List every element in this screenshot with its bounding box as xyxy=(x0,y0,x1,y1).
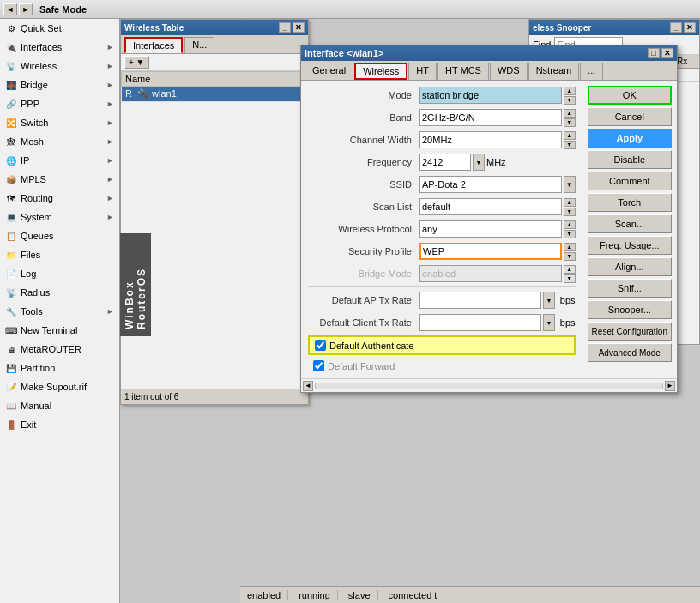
tab-ht[interactable]: HT xyxy=(408,63,437,80)
sidebar-item-log[interactable]: 📄 Log xyxy=(0,264,119,283)
sidebar-item-switch[interactable]: 🔀 Switch ► xyxy=(0,113,119,132)
snooper-close-btn[interactable]: ✕ xyxy=(684,22,696,33)
channel-width-down[interactable]: ▼ xyxy=(564,141,576,149)
add-interface-button[interactable]: + ▼ xyxy=(124,56,149,69)
tab-ht-mcs[interactable]: HT MCS xyxy=(438,63,489,80)
dialog-min-btn[interactable]: □ xyxy=(648,48,660,58)
scroll-left-btn[interactable]: ◄ xyxy=(303,381,313,391)
sidebar-item-queues[interactable]: 📋 Queues xyxy=(0,226,119,245)
tab-wds[interactable]: WDS xyxy=(490,63,528,80)
snooper-min-btn[interactable]: _ xyxy=(670,22,682,33)
sidebar-item-metarouter[interactable]: 🖥 MetaROUTER xyxy=(0,340,119,359)
torch-button[interactable]: Torch xyxy=(588,193,672,212)
sidebar-item-tools[interactable]: 🔧 Tools ► xyxy=(0,302,119,321)
wireless-protocol-up[interactable]: ▲ xyxy=(564,220,576,229)
sidebar-item-system[interactable]: 💻 System ► xyxy=(0,208,119,226)
band-down-arrow[interactable]: ▼ xyxy=(564,118,576,127)
comment-button[interactable]: Comment xyxy=(588,172,672,190)
ok-button[interactable]: OK xyxy=(588,86,672,105)
interfaces-min-button[interactable]: _ xyxy=(279,22,291,33)
default-forward-checkbox[interactable] xyxy=(313,360,324,371)
scan-button[interactable]: Scan... xyxy=(588,214,672,233)
disable-button[interactable]: Disable xyxy=(588,150,672,169)
ppp-icon: 🔗 xyxy=(5,98,17,110)
band-up-arrow[interactable]: ▲ xyxy=(564,109,576,118)
back-button[interactable]: ◄ xyxy=(3,3,17,15)
sidebar-item-mpls[interactable]: 📦 MPLS ► xyxy=(0,170,119,189)
tab-more[interactable]: ... xyxy=(580,63,603,80)
channel-width-select[interactable]: 20MHz xyxy=(419,131,562,148)
sidebar-item-interfaces[interactable]: 🔌 Interfaces ► xyxy=(0,38,119,57)
sniff-button[interactable]: Snif... xyxy=(588,279,672,298)
sidebar-item-wireless[interactable]: 📡 Wireless ► xyxy=(0,57,119,75)
scan-list-up[interactable]: ▲ xyxy=(564,198,576,207)
default-client-tx-arrow[interactable]: ▼ xyxy=(543,314,555,331)
tab-nstream[interactable]: Nstream xyxy=(528,63,580,80)
bridge-mode-up[interactable]: ▲ xyxy=(564,265,576,274)
mode-control: station bridge ▲ ▼ xyxy=(419,87,576,105)
ssid-arrow[interactable]: ▼ xyxy=(564,176,576,193)
snooper-button[interactable]: Snooper... xyxy=(588,300,672,319)
wireless-protocol-down[interactable]: ▼ xyxy=(564,230,576,238)
mode-down-arrow[interactable]: ▼ xyxy=(564,96,576,105)
freq-usage-button[interactable]: Freq. Usage... xyxy=(588,236,672,255)
ssid-input[interactable]: AP-Dota 2 xyxy=(419,176,562,193)
apply-button[interactable]: Apply xyxy=(588,129,672,148)
table-row[interactable]: R 🔌 wlan1 xyxy=(122,87,308,102)
security-profile-select[interactable]: WEP xyxy=(419,243,562,260)
tab-interfaces[interactable]: Interfaces xyxy=(124,37,183,53)
sidebar-item-bridge[interactable]: 🌉 Bridge ► xyxy=(0,75,119,94)
sidebar-item-exit[interactable]: 🚪 Exit xyxy=(0,415,119,434)
align-button[interactable]: Align... xyxy=(588,257,672,276)
security-profile-up[interactable]: ▲ xyxy=(564,243,576,251)
sidebar-item-make-supout[interactable]: 📝 Make Supout.rif xyxy=(0,377,119,396)
frequency-input[interactable] xyxy=(419,154,471,171)
bridge-mode-select[interactable]: enabled xyxy=(419,265,562,282)
sidebar-item-new-terminal[interactable]: ⌨ New Terminal xyxy=(0,321,119,340)
forward-button[interactable]: ► xyxy=(19,3,33,15)
scroll-track[interactable] xyxy=(315,383,663,389)
sidebar-label-new-terminal: New Terminal xyxy=(21,325,77,335)
dialog-titlebar[interactable]: Interface <wlan1> □ ✕ xyxy=(301,45,677,61)
bridge-mode-down[interactable]: ▼ xyxy=(564,274,576,283)
cancel-button[interactable]: Cancel xyxy=(588,107,672,126)
title-bar-buttons[interactable]: ◄ ► xyxy=(3,3,33,15)
scan-list-down[interactable]: ▼ xyxy=(564,208,576,216)
mode-label: Mode: xyxy=(308,90,419,100)
interfaces-titlebar[interactable]: Wireless Table _ ✕ xyxy=(121,20,308,35)
channel-width-up[interactable]: ▲ xyxy=(564,131,576,140)
queues-icon: 📋 xyxy=(5,230,17,242)
scan-list-arrows: ▲ ▼ xyxy=(564,198,576,216)
tab-wireless[interactable]: Wireless xyxy=(354,63,407,80)
tab-general[interactable]: General xyxy=(305,63,353,80)
sidebar-item-ip[interactable]: 🌐 IP ► xyxy=(0,151,119,170)
mode-up-arrow[interactable]: ▲ xyxy=(564,87,576,95)
scroll-right-btn[interactable]: ► xyxy=(665,381,675,391)
scan-list-select[interactable]: default xyxy=(419,198,562,215)
interfaces-close-button[interactable]: ✕ xyxy=(293,22,305,33)
sidebar-item-files[interactable]: 📁 Files xyxy=(0,245,119,264)
wireless-protocol-select[interactable]: any xyxy=(419,220,562,238)
snooper-title: eless Snooper xyxy=(533,23,591,33)
default-client-tx-select[interactable] xyxy=(419,314,541,331)
default-client-tx-label: Default Client Tx Rate: xyxy=(308,317,419,328)
sidebar-item-ppp[interactable]: 🔗 PPP ► xyxy=(0,94,119,113)
dialog-close-btn[interactable]: ✕ xyxy=(661,48,673,58)
radius-icon: 📡 xyxy=(5,286,17,298)
default-ap-tx-select[interactable] xyxy=(419,292,541,309)
sidebar-item-quick-set[interactable]: ⚙ Quick Set xyxy=(0,19,119,38)
sidebar-item-partition[interactable]: 💾 Partition xyxy=(0,359,119,377)
sidebar-item-radius[interactable]: 📡 Radius xyxy=(0,283,119,302)
band-select[interactable]: 2GHz-B/G/N xyxy=(419,109,562,126)
security-profile-down[interactable]: ▼ xyxy=(564,252,576,261)
advanced-mode-button[interactable]: Advanced Mode xyxy=(588,343,672,362)
tab-interfaces-n[interactable]: N... xyxy=(184,37,214,53)
default-ap-tx-arrow[interactable]: ▼ xyxy=(543,292,555,309)
sidebar-item-mesh[interactable]: 🕸 Mesh ► xyxy=(0,132,119,151)
sidebar-item-manual[interactable]: 📖 Manual xyxy=(0,396,119,415)
mode-select[interactable]: station bridge xyxy=(419,87,562,104)
frequency-arrow[interactable]: ▼ xyxy=(473,154,485,171)
default-authenticate-checkbox[interactable] xyxy=(315,340,326,351)
reset-config-button[interactable]: Reset Configuration xyxy=(588,322,672,341)
sidebar-item-routing[interactable]: 🗺 Routing ► xyxy=(0,189,119,208)
